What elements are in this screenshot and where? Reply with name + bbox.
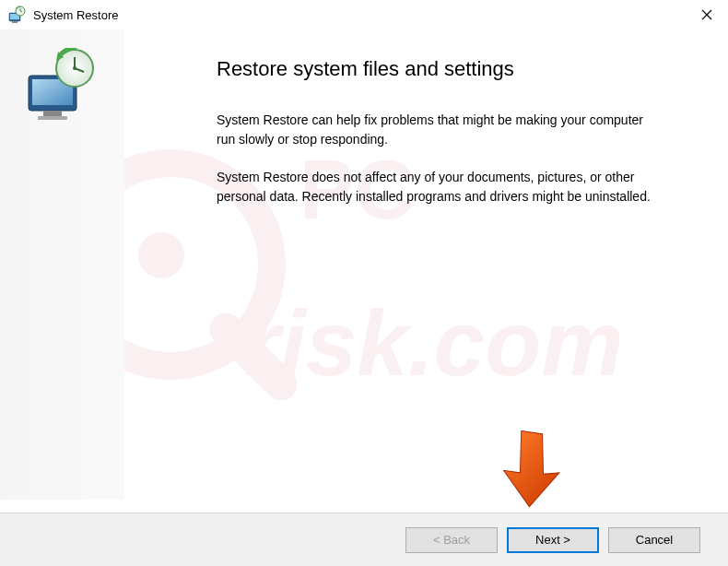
svg-rect-2 bbox=[12, 21, 18, 23]
next-button[interactable]: Next > bbox=[507, 527, 599, 553]
button-bar: < Back Next > Cancel bbox=[0, 513, 728, 566]
cancel-button[interactable]: Cancel bbox=[608, 527, 700, 553]
intro-paragraph-2: System Restore does not affect any of yo… bbox=[217, 168, 659, 206]
sidebar bbox=[0, 29, 124, 500]
window-title: System Restore bbox=[33, 8, 686, 22]
svg-rect-9 bbox=[43, 111, 62, 116]
titlebar: System Restore bbox=[0, 0, 728, 29]
content-area: Restore system files and settings System… bbox=[0, 29, 728, 500]
system-restore-icon bbox=[7, 6, 26, 24]
back-button[interactable]: < Back bbox=[405, 527, 498, 553]
page-title: Restore system files and settings bbox=[217, 57, 673, 81]
close-button[interactable] bbox=[686, 0, 728, 29]
svg-point-14 bbox=[73, 66, 76, 70]
system-restore-main-icon bbox=[21, 48, 104, 131]
main-content: Restore system files and settings System… bbox=[124, 29, 728, 500]
intro-paragraph-1: System Restore can help fix problems tha… bbox=[217, 111, 659, 149]
svg-rect-10 bbox=[38, 116, 67, 120]
